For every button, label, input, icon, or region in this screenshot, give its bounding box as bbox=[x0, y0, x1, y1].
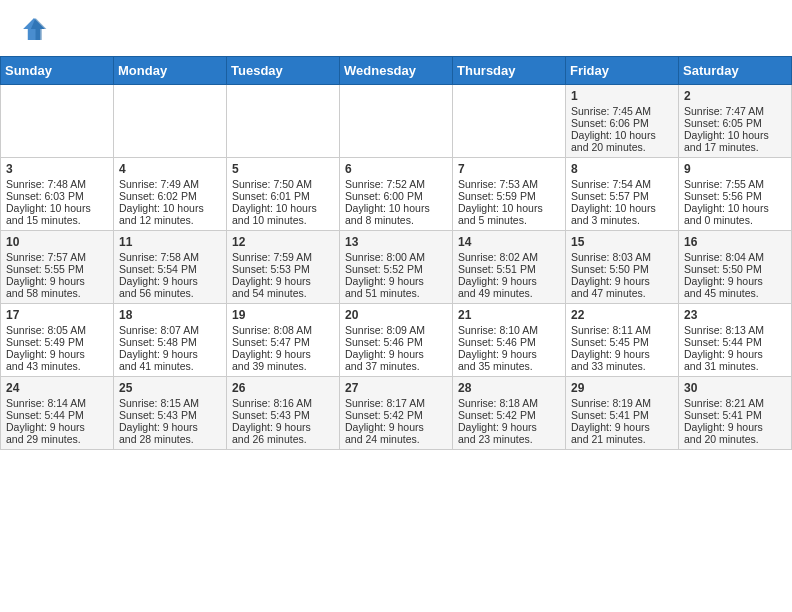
day-number: 19 bbox=[232, 308, 334, 322]
weekday-header-tuesday: Tuesday bbox=[227, 57, 340, 85]
day-number: 14 bbox=[458, 235, 560, 249]
day-info-line: Sunset: 5:41 PM bbox=[571, 409, 673, 421]
logo bbox=[20, 15, 52, 43]
day-info-line: Daylight: 9 hours bbox=[6, 348, 108, 360]
day-info-line: Sunset: 5:42 PM bbox=[458, 409, 560, 421]
weekday-header-friday: Friday bbox=[566, 57, 679, 85]
day-info-line: Sunrise: 8:04 AM bbox=[684, 251, 786, 263]
calendar-cell: 26Sunrise: 8:16 AMSunset: 5:43 PMDayligh… bbox=[227, 377, 340, 450]
day-info-line: and 28 minutes. bbox=[119, 433, 221, 445]
day-number: 23 bbox=[684, 308, 786, 322]
calendar-cell: 14Sunrise: 8:02 AMSunset: 5:51 PMDayligh… bbox=[453, 231, 566, 304]
calendar-cell: 23Sunrise: 8:13 AMSunset: 5:44 PMDayligh… bbox=[679, 304, 792, 377]
day-info-line: and 39 minutes. bbox=[232, 360, 334, 372]
day-info-line: Sunset: 5:50 PM bbox=[571, 263, 673, 275]
day-info-line: Daylight: 10 hours bbox=[684, 129, 786, 141]
day-info-line: and 33 minutes. bbox=[571, 360, 673, 372]
day-info-line: Sunset: 5:50 PM bbox=[684, 263, 786, 275]
day-number: 5 bbox=[232, 162, 334, 176]
day-info-line: and 20 minutes. bbox=[684, 433, 786, 445]
day-number: 17 bbox=[6, 308, 108, 322]
day-number: 28 bbox=[458, 381, 560, 395]
day-info-line: Daylight: 10 hours bbox=[458, 202, 560, 214]
day-info-line: Sunset: 5:57 PM bbox=[571, 190, 673, 202]
day-info-line: Sunrise: 7:55 AM bbox=[684, 178, 786, 190]
day-info-line: Sunrise: 7:59 AM bbox=[232, 251, 334, 263]
day-info-line: Daylight: 9 hours bbox=[119, 275, 221, 287]
day-number: 1 bbox=[571, 89, 673, 103]
day-info-line: Daylight: 10 hours bbox=[232, 202, 334, 214]
day-number: 2 bbox=[684, 89, 786, 103]
day-info-line: Daylight: 9 hours bbox=[345, 275, 447, 287]
day-info-line: Sunrise: 8:16 AM bbox=[232, 397, 334, 409]
day-info-line: Daylight: 9 hours bbox=[6, 275, 108, 287]
day-info-line: Sunrise: 7:57 AM bbox=[6, 251, 108, 263]
day-info-line: and 8 minutes. bbox=[345, 214, 447, 226]
day-info-line: Sunrise: 8:09 AM bbox=[345, 324, 447, 336]
day-info-line: Daylight: 10 hours bbox=[119, 202, 221, 214]
day-info-line: Sunset: 5:48 PM bbox=[119, 336, 221, 348]
day-number: 4 bbox=[119, 162, 221, 176]
calendar-cell: 3Sunrise: 7:48 AMSunset: 6:03 PMDaylight… bbox=[1, 158, 114, 231]
calendar-cell: 2Sunrise: 7:47 AMSunset: 6:05 PMDaylight… bbox=[679, 85, 792, 158]
day-info-line: Sunset: 5:51 PM bbox=[458, 263, 560, 275]
day-info-line: Daylight: 9 hours bbox=[6, 421, 108, 433]
calendar-week-row: 24Sunrise: 8:14 AMSunset: 5:44 PMDayligh… bbox=[1, 377, 792, 450]
day-info-line: Sunrise: 7:54 AM bbox=[571, 178, 673, 190]
day-info-line: Sunrise: 8:05 AM bbox=[6, 324, 108, 336]
calendar-week-row: 3Sunrise: 7:48 AMSunset: 6:03 PMDaylight… bbox=[1, 158, 792, 231]
day-number: 22 bbox=[571, 308, 673, 322]
day-info-line: and 49 minutes. bbox=[458, 287, 560, 299]
day-info-line: and 58 minutes. bbox=[6, 287, 108, 299]
day-info-line: and 5 minutes. bbox=[458, 214, 560, 226]
day-info-line: Sunrise: 8:07 AM bbox=[119, 324, 221, 336]
calendar-cell: 9Sunrise: 7:55 AMSunset: 5:56 PMDaylight… bbox=[679, 158, 792, 231]
day-info-line: Daylight: 9 hours bbox=[232, 348, 334, 360]
day-info-line: Sunrise: 7:45 AM bbox=[571, 105, 673, 117]
day-info-line: and 43 minutes. bbox=[6, 360, 108, 372]
day-info-line: Sunset: 6:00 PM bbox=[345, 190, 447, 202]
day-info-line: Sunset: 6:06 PM bbox=[571, 117, 673, 129]
day-info-line: and 20 minutes. bbox=[571, 141, 673, 153]
day-info-line: and 12 minutes. bbox=[119, 214, 221, 226]
day-info-line: Sunset: 5:55 PM bbox=[6, 263, 108, 275]
day-info-line: and 31 minutes. bbox=[684, 360, 786, 372]
day-number: 9 bbox=[684, 162, 786, 176]
day-number: 21 bbox=[458, 308, 560, 322]
day-number: 3 bbox=[6, 162, 108, 176]
day-info-line: Sunset: 5:53 PM bbox=[232, 263, 334, 275]
day-info-line: and 17 minutes. bbox=[684, 141, 786, 153]
day-info-line: and 15 minutes. bbox=[6, 214, 108, 226]
day-info-line: Sunrise: 8:02 AM bbox=[458, 251, 560, 263]
day-number: 26 bbox=[232, 381, 334, 395]
day-info-line: Sunrise: 7:48 AM bbox=[6, 178, 108, 190]
day-number: 18 bbox=[119, 308, 221, 322]
day-info-line: Sunrise: 7:58 AM bbox=[119, 251, 221, 263]
page-header bbox=[0, 0, 792, 48]
day-number: 7 bbox=[458, 162, 560, 176]
calendar-cell: 17Sunrise: 8:05 AMSunset: 5:49 PMDayligh… bbox=[1, 304, 114, 377]
calendar-cell: 13Sunrise: 8:00 AMSunset: 5:52 PMDayligh… bbox=[340, 231, 453, 304]
day-number: 6 bbox=[345, 162, 447, 176]
day-info-line: and 54 minutes. bbox=[232, 287, 334, 299]
day-info-line: Sunrise: 7:52 AM bbox=[345, 178, 447, 190]
day-info-line: Daylight: 9 hours bbox=[684, 275, 786, 287]
calendar-cell: 16Sunrise: 8:04 AMSunset: 5:50 PMDayligh… bbox=[679, 231, 792, 304]
day-info-line: Daylight: 9 hours bbox=[232, 275, 334, 287]
calendar-cell: 30Sunrise: 8:21 AMSunset: 5:41 PMDayligh… bbox=[679, 377, 792, 450]
calendar-cell: 19Sunrise: 8:08 AMSunset: 5:47 PMDayligh… bbox=[227, 304, 340, 377]
day-info-line: Daylight: 9 hours bbox=[119, 421, 221, 433]
calendar-cell: 6Sunrise: 7:52 AMSunset: 6:00 PMDaylight… bbox=[340, 158, 453, 231]
day-info-line: Sunset: 5:45 PM bbox=[571, 336, 673, 348]
day-number: 30 bbox=[684, 381, 786, 395]
day-number: 16 bbox=[684, 235, 786, 249]
day-info-line: Sunrise: 7:50 AM bbox=[232, 178, 334, 190]
day-info-line: Sunrise: 8:08 AM bbox=[232, 324, 334, 336]
day-info-line: Sunset: 5:47 PM bbox=[232, 336, 334, 348]
calendar-cell: 18Sunrise: 8:07 AMSunset: 5:48 PMDayligh… bbox=[114, 304, 227, 377]
day-number: 25 bbox=[119, 381, 221, 395]
calendar-week-row: 17Sunrise: 8:05 AMSunset: 5:49 PMDayligh… bbox=[1, 304, 792, 377]
calendar-cell: 27Sunrise: 8:17 AMSunset: 5:42 PMDayligh… bbox=[340, 377, 453, 450]
day-info-line: Daylight: 10 hours bbox=[571, 129, 673, 141]
day-number: 20 bbox=[345, 308, 447, 322]
